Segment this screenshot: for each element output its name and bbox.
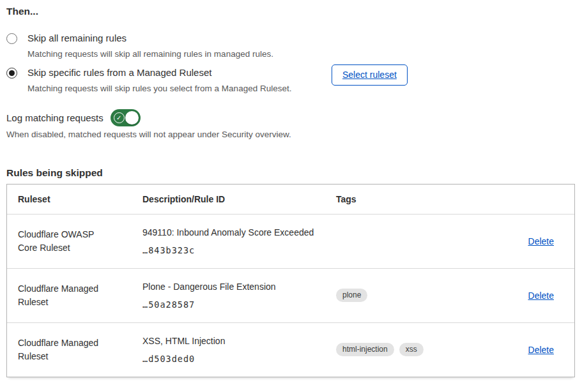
- check-icon: ✓: [114, 112, 125, 123]
- action-cell: Delete: [483, 268, 574, 322]
- radio-skip-specific-rules[interactable]: [6, 68, 17, 79]
- rules-table: Ruleset Description/Rule ID Tags Cloudfl…: [6, 184, 575, 377]
- option-label[interactable]: Skip specific rules from a Managed Rules…: [27, 66, 291, 79]
- option-skip-specific-rules: Skip specific rules from a Managed Rules…: [6, 66, 291, 94]
- option-description: Matching requests will skip rules you se…: [27, 83, 291, 94]
- tag-pill: plone: [336, 289, 367, 302]
- rule-id: …843b323c: [142, 245, 336, 255]
- rule-id: …50a28587: [142, 299, 336, 310]
- table-row: Cloudflare OWASP Core Ruleset949110: Inb…: [7, 214, 574, 268]
- log-toggle-description: When disabled, matched requests will not…: [6, 130, 291, 139]
- tags-cell: html-injectionxss: [336, 322, 483, 377]
- column-header-actions: [483, 185, 574, 214]
- tag-pill: html-injection: [336, 343, 394, 356]
- table-row: Cloudflare Managed RulesetPlone - Danger…: [7, 268, 574, 322]
- action-cell: Delete: [483, 214, 574, 268]
- select-ruleset-button[interactable]: Select ruleset: [332, 64, 408, 86]
- column-header-tags: Tags: [336, 185, 483, 214]
- ruleset-cell: Cloudflare Managed Ruleset: [7, 268, 142, 322]
- description-cell: XSS, HTML Injection…d503ded0: [142, 322, 336, 377]
- action-cell: Delete: [483, 322, 574, 377]
- rule-description: 949110: Inbound Anomaly Score Exceeded: [142, 227, 336, 238]
- description-cell: 949110: Inbound Anomaly Score Exceeded…8…: [142, 214, 336, 268]
- table-row: Cloudflare Managed RulesetXSS, HTML Inje…: [7, 322, 574, 377]
- log-matching-requests-row: Log matching requests ✓: [6, 109, 141, 126]
- option-skip-all-rules: Skip all remaining rules Matching reques…: [6, 32, 273, 59]
- option-text: Skip all remaining rules Matching reques…: [27, 32, 273, 59]
- description-cell: Plone - Dangerous File Extension…50a2858…: [142, 268, 336, 322]
- rules-table-title: Rules being skipped: [6, 167, 103, 179]
- log-toggle[interactable]: ✓: [111, 109, 141, 126]
- tags-cell: [336, 214, 483, 268]
- delete-link[interactable]: Delete: [528, 236, 554, 246]
- column-header-ruleset: Ruleset: [7, 185, 142, 214]
- column-header-description: Description/Rule ID: [142, 185, 336, 214]
- delete-link[interactable]: Delete: [528, 290, 554, 301]
- toggle-knob: [125, 111, 139, 124]
- ruleset-cell: Cloudflare Managed Ruleset: [7, 322, 142, 377]
- option-description: Matching requests will skip all remainin…: [27, 49, 273, 59]
- tags-cell: plone: [336, 268, 483, 322]
- rule-id: …d503ded0: [142, 354, 336, 364]
- option-label[interactable]: Skip all remaining rules: [27, 32, 273, 44]
- tag-pill: xss: [399, 343, 424, 356]
- rules-table-body: Cloudflare OWASP Core Ruleset949110: Inb…: [7, 214, 574, 377]
- waf-then-section: Then... Skip all remaining rules Matchin…: [0, 0, 582, 392]
- radio-skip-all-rules[interactable]: [6, 33, 17, 44]
- log-toggle-label: Log matching requests: [6, 112, 103, 123]
- option-text: Skip specific rules from a Managed Rules…: [27, 66, 291, 94]
- delete-link[interactable]: Delete: [528, 345, 554, 355]
- rule-description: Plone - Dangerous File Extension: [142, 282, 336, 292]
- table-header-row: Ruleset Description/Rule ID Tags: [7, 185, 574, 214]
- rule-description: XSS, HTML Injection: [142, 336, 336, 347]
- then-heading: Then...: [6, 6, 38, 17]
- ruleset-cell: Cloudflare OWASP Core Ruleset: [7, 214, 142, 268]
